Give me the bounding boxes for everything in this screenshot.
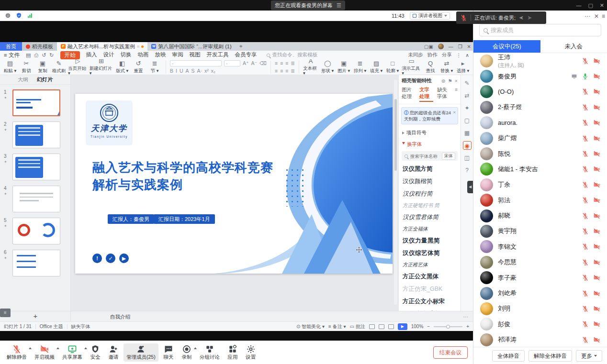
menu-item-设计[interactable]: 设计	[103, 51, 114, 59]
mic-muted-icon[interactable]	[582, 290, 589, 297]
annotate-arrow-icon[interactable]: ➤	[519, 14, 524, 21]
ribbon-新建幻灯片[interactable]: ⊞新建幻灯片 ▾	[90, 59, 113, 75]
member-row[interactable]: 刘屹希	[473, 286, 607, 301]
mic-muted-icon[interactable]	[582, 88, 589, 95]
ribbon-剪切[interactable]: ✂剪切	[19, 61, 34, 73]
menu-item-放映[interactable]: 放映	[155, 51, 166, 59]
camera-muted-icon[interactable]	[593, 135, 600, 142]
image-icon[interactable]: ▦	[463, 129, 472, 137]
settings-icon[interactable]: ⊛	[441, 78, 446, 84]
ribbon-版式[interactable]: ◧版式 ▾	[115, 61, 129, 73]
wps-home-tab[interactable]: 首页	[0, 42, 22, 51]
font-option[interactable]: 汉仪程行简	[403, 188, 457, 200]
section-bullets[interactable]: 项目符号	[399, 127, 461, 139]
camera-muted-icon[interactable]	[593, 228, 600, 235]
format-S[interactable]: S	[191, 68, 195, 74]
font-size-icon[interactable]: A⁺	[243, 60, 249, 66]
ribbon-当页开始[interactable]: ▷当页开始 ▾	[68, 59, 88, 75]
font-option[interactable]: 汉仪尚巍手书W	[403, 308, 457, 311]
smart-feature-icon[interactable]: ◉	[463, 141, 472, 150]
mic-muted-icon[interactable]	[582, 181, 589, 188]
toolbar-chat[interactable]: 聊天	[160, 343, 177, 362]
mic-muted-icon[interactable]	[582, 305, 589, 312]
camera-muted-icon[interactable]	[593, 243, 600, 250]
camera-muted-icon[interactable]	[593, 305, 600, 312]
toolbar-shield[interactable]: 安全	[87, 343, 103, 362]
menu-item-审阅[interactable]: 审阅	[172, 51, 183, 59]
ribbon-文本框[interactable]: A文本框 ▾	[303, 59, 318, 75]
wps-document-tab[interactable]: W第八届中国国际 “...评审规则 (1)	[147, 42, 235, 51]
panel-tab-in-meeting[interactable]: 会议中(25)	[473, 40, 540, 53]
pane-tab-文字处理[interactable]: 文字处理	[419, 87, 433, 102]
tab-outline[interactable]: 大纲	[18, 76, 28, 83]
section-change-font[interactable]: 换字体	[399, 139, 461, 150]
format-x²[interactable]: x²	[204, 68, 209, 74]
collapse-ribbon-icon[interactable]: ∧	[465, 52, 469, 58]
mic-muted-icon[interactable]	[582, 104, 589, 111]
ribbon-选择[interactable]: ▸选择 ▾	[456, 61, 470, 73]
notes-button[interactable]: ≡ 备注 ▾	[328, 323, 346, 330]
network-signal-icon[interactable]	[27, 12, 33, 19]
ribbon-粘贴[interactable]: ▤粘贴 ▾	[3, 61, 17, 73]
wps-docer-tab[interactable]: 稻壳模板	[22, 42, 57, 51]
camera-muted-icon[interactable]	[593, 57, 600, 65]
slide-canvas[interactable]: 天津大学 Tianjin University 融入艺术与科学的高校学科竞赛 解…	[75, 94, 393, 274]
ribbon-替换[interactable]: ⇄替换 ▾	[439, 61, 454, 73]
ribbon-轮廓[interactable]: □轮廓 ▾	[385, 61, 400, 73]
close-notice-icon[interactable]: ×	[453, 109, 456, 115]
member-row[interactable]: 陈悦	[473, 146, 607, 161]
member-row[interactable]: 秦俊男	[473, 68, 607, 84]
comments-button[interactable]: ▭ 批注	[350, 323, 365, 330]
camera-muted-icon[interactable]	[593, 212, 600, 220]
camera-muted-icon[interactable]	[593, 73, 600, 80]
font-option[interactable]: 方正全福体	[403, 223, 457, 234]
camera-muted-icon[interactable]	[593, 290, 600, 297]
format-A·[interactable]: A·	[197, 68, 202, 74]
member-row[interactable]: aurora.	[473, 115, 607, 131]
command-search[interactable]: 查找命令、搜索模板	[266, 52, 318, 58]
font-search-input[interactable]	[410, 154, 440, 159]
ribbon-填充[interactable]: ▨填充 ▾	[369, 61, 383, 73]
close-pane-icon[interactable]: ×	[455, 78, 458, 84]
font-search-box[interactable]: 宋体	[402, 151, 458, 161]
quick-access-icons[interactable]: ▤⎙↺↻	[26, 52, 54, 58]
menu-right-未同步[interactable]: 未同步	[408, 52, 423, 58]
camera-muted-icon[interactable]	[593, 259, 600, 266]
mic-muted-icon[interactable]	[582, 320, 589, 328]
ribbon-形状[interactable]: ◯形状 ▾	[320, 61, 335, 73]
panel-collapse-handle[interactable]: ◀	[467, 181, 473, 193]
member-row[interactable]: 彭俊	[473, 317, 607, 332]
ribbon-复制[interactable]: ▣复制	[35, 61, 50, 73]
edit-icon[interactable]: ✎	[463, 79, 472, 88]
member-row[interactable]: (O-O)	[473, 84, 607, 99]
more-icon[interactable]: ⋯	[463, 311, 469, 322]
camera-muted-icon[interactable]	[593, 165, 600, 173]
menu-right-协作[interactable]: 协作	[427, 52, 438, 58]
user-avatar[interactable]	[438, 44, 444, 49]
menu-item-开始[interactable]: 开始	[60, 51, 80, 59]
list-icon[interactable]: ≡	[275, 68, 278, 74]
list-icon[interactable]: ≡	[280, 68, 283, 74]
format-I[interactable]: I	[176, 68, 177, 74]
member-row[interactable]: 郭法	[473, 193, 607, 208]
thumbnail-preview[interactable]	[12, 218, 60, 244]
mic-muted-icon[interactable]	[582, 274, 589, 281]
status-missing-fonts[interactable]: 缺失字体	[71, 323, 90, 330]
layout-icon[interactable]: ▢	[463, 116, 472, 125]
member-row[interactable]: 王沛(主持人, 我)	[473, 53, 607, 68]
beautify-icon[interactable]: ✦	[463, 104, 472, 112]
slide-edit-area[interactable]: 天津大学 Tianjin University 融入艺术与科学的高校学科竞赛 解…	[71, 75, 398, 311]
mic-muted-icon[interactable]	[582, 165, 589, 173]
wps-close-button[interactable]: ✕	[467, 44, 471, 49]
toolbar-invite[interactable]: 邀请	[105, 343, 122, 362]
member-search-box[interactable]	[479, 24, 601, 36]
toolbar-settings[interactable]: 设置	[243, 343, 259, 362]
member-row[interactable]: 刘明	[473, 301, 607, 316]
ribbon-查找[interactable]: Q查找	[423, 61, 438, 73]
font-option[interactable]: 汉仪颜楷简	[403, 175, 457, 188]
camera-muted-icon[interactable]	[593, 88, 600, 95]
beautify-button[interactable]: ⊙ 智能美化 ▾	[296, 323, 325, 330]
menu-right-分享[interactable]: 分享	[442, 52, 452, 58]
status-theme[interactable]: Office 主题	[40, 323, 63, 330]
align-icon[interactable]: ≣	[291, 60, 295, 66]
